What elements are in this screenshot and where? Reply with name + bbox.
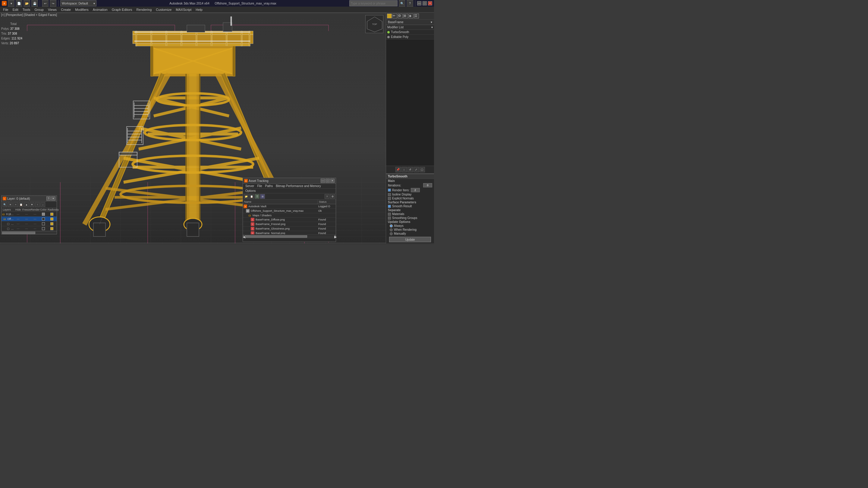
help-btn[interactable]: ? (407, 0, 413, 7)
layer-row[interactable]: ▢ Offshore_Support_Structure — — — (1, 226, 57, 231)
layers-scroll[interactable]: 🗂 0 (default) — — — 🗂 Offshore_Support_S… (1, 212, 57, 231)
at-close-btn[interactable]: ✕ (330, 178, 335, 183)
close-btn[interactable]: ✕ (428, 1, 432, 5)
layer-rad-col (48, 227, 56, 230)
at-scroll-thumb[interactable] (245, 235, 307, 238)
at-tool-4[interactable]: ⊞ (260, 194, 265, 199)
panel-mode-5[interactable]: ☰ (414, 13, 419, 19)
materials-checkbox[interactable] (388, 213, 391, 216)
save-btn[interactable]: 💾 (31, 0, 38, 7)
menu-help[interactable]: Help (194, 7, 204, 12)
layers-select-btn[interactable]: ↑ (35, 202, 40, 207)
viewport[interactable]: [+] [Perspective] [Shaded + Edged Faces]… (0, 13, 386, 243)
search-input[interactable] (349, 0, 398, 6)
at-row[interactable]: I BaseFrame_Normal.png Found (243, 231, 336, 234)
isoline-checkbox[interactable] (388, 193, 391, 196)
panel-scale-btn[interactable]: ⤢ (413, 167, 419, 172)
at-row[interactable]: M Offshore_Support_Structure_max_vray.ma… (243, 209, 336, 213)
at-menu-bitmap[interactable]: Bitmap Performance and Memory (275, 184, 322, 188)
always-radio[interactable] (390, 224, 393, 227)
at-table-body[interactable]: V Autodesk Vault Logged O M Offshore_Sup… (243, 204, 336, 234)
at-menu-server[interactable]: Server (244, 184, 255, 188)
when-rendering-radio[interactable] (390, 228, 393, 231)
layers-search-btn[interactable]: 🔍 (2, 202, 7, 207)
title-menu-btn[interactable]: ▾ (8, 0, 14, 7)
at-tool-2[interactable]: 📋 (249, 194, 254, 199)
at-scroll-left[interactable]: ◀ (243, 235, 244, 238)
layer-row[interactable]: ▢ BaseFrame — — — (1, 221, 57, 226)
layer-row[interactable]: 🗂 Offshore_Support_Structure — — — (1, 217, 57, 221)
at-tool-3[interactable]: ☰ (255, 194, 259, 199)
layers-help-btn[interactable]: ? (46, 196, 51, 201)
panel-select-btn[interactable]: ▢ (420, 167, 425, 172)
render-iters-value[interactable]: 2 (411, 188, 420, 192)
at-scroll-right[interactable]: ▶ (334, 235, 336, 238)
render-iters-checkbox[interactable]: ✓ (388, 189, 391, 192)
layers-delete-btn[interactable]: ✕ (8, 202, 13, 207)
workspace-dropdown[interactable]: Workspace: Default ▾ (60, 0, 96, 6)
menu-group[interactable]: Group (33, 7, 45, 12)
layers-down-btn[interactable]: ▼ (30, 202, 34, 207)
smoothing-groups-checkbox[interactable] (388, 217, 391, 220)
at-tool-1[interactable]: 📁 (244, 194, 249, 199)
panel-mode-1[interactable]: ✏ (393, 13, 397, 19)
color-swatch-1[interactable] (387, 13, 392, 19)
menu-edit[interactable]: Edit (11, 7, 20, 12)
panel-rotate-btn[interactable]: ↺ (407, 167, 413, 172)
menu-tools[interactable]: Tools (21, 7, 32, 12)
minimize-btn[interactable]: — (417, 1, 421, 5)
menu-customize[interactable]: Customize (154, 7, 173, 12)
modifier-list-header[interactable]: Modifier List ▾ (386, 25, 434, 30)
at-menu-options[interactable]: Options (244, 189, 257, 193)
layers-deselect-btn[interactable]: ↓ (40, 202, 45, 207)
at-row[interactable]: I BaseFrame_Fresnel.png Found (243, 222, 336, 227)
iterations-value[interactable]: 0 (423, 183, 432, 187)
at-menu-file[interactable]: File (256, 184, 263, 188)
at-row[interactable]: I BaseFrame_Diffuse.png Found (243, 218, 336, 222)
menu-create[interactable]: Create (59, 7, 73, 12)
layers-close-btn[interactable]: ✕ (51, 196, 56, 201)
at-row[interactable]: 🗂 Maps / Shaders (243, 213, 336, 218)
update-button[interactable]: Update (389, 237, 431, 242)
baseframe-dropdown[interactable]: BaseFrame ▾ (386, 20, 434, 25)
panel-move-btn[interactable]: ↕ (401, 167, 407, 172)
menu-file[interactable]: File (1, 7, 10, 12)
open-btn[interactable]: 📂 (24, 0, 30, 7)
menu-graph-editors[interactable]: Graph Editors (110, 7, 134, 12)
new-btn[interactable]: 📄 (16, 0, 22, 7)
panel-pin-btn[interactable]: 📌 (396, 167, 401, 172)
menu-modifiers[interactable]: Modifiers (73, 7, 90, 12)
at-row[interactable]: I BaseFrame_Glossiness.png Found (243, 227, 336, 231)
restore-btn[interactable]: □ (423, 1, 427, 5)
layers-scrollbar[interactable] (1, 231, 57, 234)
layers-up-btn[interactable]: ▲ (24, 202, 29, 207)
at-menu-paths[interactable]: Paths (264, 184, 274, 188)
at-tool-help[interactable]: ? (324, 194, 330, 199)
modifier-turbosmooth[interactable]: TurboSmooth (386, 30, 434, 35)
at-minimize-btn[interactable]: — (321, 178, 325, 183)
menu-rendering[interactable]: Rendering (135, 7, 154, 12)
panel-mode-3[interactable]: ⊞ (403, 13, 408, 19)
search-btn[interactable]: 🔍 (399, 0, 405, 7)
menu-animation[interactable]: Animation (91, 7, 110, 12)
manually-radio[interactable] (390, 232, 393, 235)
view-cube[interactable]: TOP (365, 15, 383, 33)
at-row[interactable]: V Autodesk Vault Logged O (243, 204, 336, 209)
at-tool-settings[interactable]: ⚙ (330, 194, 335, 199)
redo-btn[interactable]: ↪ (50, 0, 56, 7)
layer-row[interactable]: 🗂 0 (default) — — — (1, 212, 57, 217)
menu-maxscript[interactable]: MAXScript (174, 7, 193, 12)
layers-add-btn[interactable]: + (13, 202, 18, 207)
layers-scroll-thumb[interactable] (2, 232, 35, 234)
layers-copy-btn[interactable]: 📋 (19, 202, 24, 207)
at-scrollbar-h[interactable]: ◀ ▶ (243, 234, 336, 238)
undo-btn[interactable]: ↩ (42, 0, 49, 7)
panel-mode-2[interactable]: ⚙ (398, 13, 403, 19)
at-restore-btn[interactable]: □ (326, 178, 330, 183)
panel-mode-4[interactable]: ◈ (409, 13, 413, 19)
smooth-result-checkbox[interactable]: ✓ (388, 205, 391, 208)
modifier-editable-poly[interactable]: Editable Poly (386, 35, 434, 39)
explicit-normals-checkbox[interactable] (388, 197, 391, 200)
menu-views[interactable]: Views (46, 7, 59, 12)
at-toolbar-spacer (266, 194, 324, 199)
